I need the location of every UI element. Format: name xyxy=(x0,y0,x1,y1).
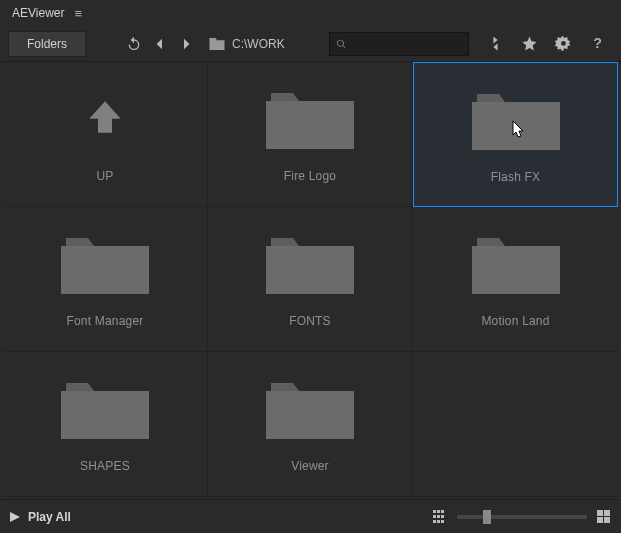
grid-item-label: SHAPES xyxy=(80,459,130,473)
folder-icon xyxy=(472,86,560,150)
up-arrow-icon xyxy=(84,85,126,149)
svg-text:?: ? xyxy=(593,35,602,51)
search-input[interactable] xyxy=(352,38,462,50)
small-grid-icon[interactable] xyxy=(433,510,447,524)
grid-item-folder[interactable]: Fire Logo xyxy=(208,62,413,207)
grid-item-folder[interactable]: Font Manager xyxy=(3,207,208,352)
grid-item-label: UP xyxy=(96,169,113,183)
gear-icon[interactable] xyxy=(553,34,573,54)
refresh-icon[interactable] xyxy=(124,34,144,54)
zoom-slider-thumb[interactable] xyxy=(483,510,491,524)
grid-item-folder[interactable]: Flash FX xyxy=(413,62,618,207)
svg-rect-2 xyxy=(472,102,560,150)
app-title: AEViewer xyxy=(12,6,64,20)
toolbar: Folders C:\WORK ? xyxy=(0,26,621,62)
titlebar: AEViewer ≡ xyxy=(0,0,621,26)
play-all-button[interactable]: Play All xyxy=(10,510,71,524)
folder-icon xyxy=(61,230,149,294)
grid-item-up[interactable]: UP xyxy=(3,62,208,207)
extension-icon[interactable] xyxy=(485,34,505,54)
folder-icon xyxy=(61,375,149,439)
star-icon[interactable] xyxy=(519,34,539,54)
grid-item-label: Viewer xyxy=(291,459,329,473)
help-icon[interactable]: ? xyxy=(587,34,607,54)
grid-item-folder[interactable]: FONTS xyxy=(208,207,413,352)
svg-rect-4 xyxy=(266,246,354,294)
grid-item-label: Fire Logo xyxy=(284,169,337,183)
grid-item-label: FONTS xyxy=(289,314,331,328)
grid-item-empty xyxy=(413,352,618,497)
folders-button[interactable]: Folders xyxy=(8,31,86,57)
hamburger-icon[interactable]: ≡ xyxy=(74,6,82,21)
folder-icon xyxy=(472,230,560,294)
footer: Play All xyxy=(0,499,621,533)
grid-item-folder[interactable]: Motion Land xyxy=(413,207,618,352)
play-all-label: Play All xyxy=(28,510,71,524)
path-area[interactable]: C:\WORK xyxy=(208,35,285,53)
large-grid-icon[interactable] xyxy=(597,510,611,524)
svg-rect-5 xyxy=(472,246,560,294)
svg-rect-1 xyxy=(266,101,354,149)
grid-item-label: Flash FX xyxy=(491,170,541,184)
folder-icon xyxy=(266,230,354,294)
zoom-slider[interactable] xyxy=(457,515,587,519)
folder-grid: UP Fire Logo Flash FX Font Manager xyxy=(3,62,618,497)
folder-icon xyxy=(208,35,226,53)
back-arrow-icon[interactable] xyxy=(150,34,170,54)
folder-icon xyxy=(266,375,354,439)
forward-arrow-icon[interactable] xyxy=(176,34,196,54)
svg-rect-3 xyxy=(61,246,149,294)
svg-rect-6 xyxy=(61,391,149,439)
path-text: C:\WORK xyxy=(232,37,285,51)
folder-icon xyxy=(266,85,354,149)
grid-item-folder[interactable]: SHAPES xyxy=(3,352,208,497)
grid-item-folder[interactable]: Viewer xyxy=(208,352,413,497)
search-icon xyxy=(336,38,346,50)
grid-item-label: Motion Land xyxy=(481,314,549,328)
search-box[interactable] xyxy=(329,32,469,56)
grid-item-label: Font Manager xyxy=(66,314,143,328)
svg-rect-7 xyxy=(266,391,354,439)
